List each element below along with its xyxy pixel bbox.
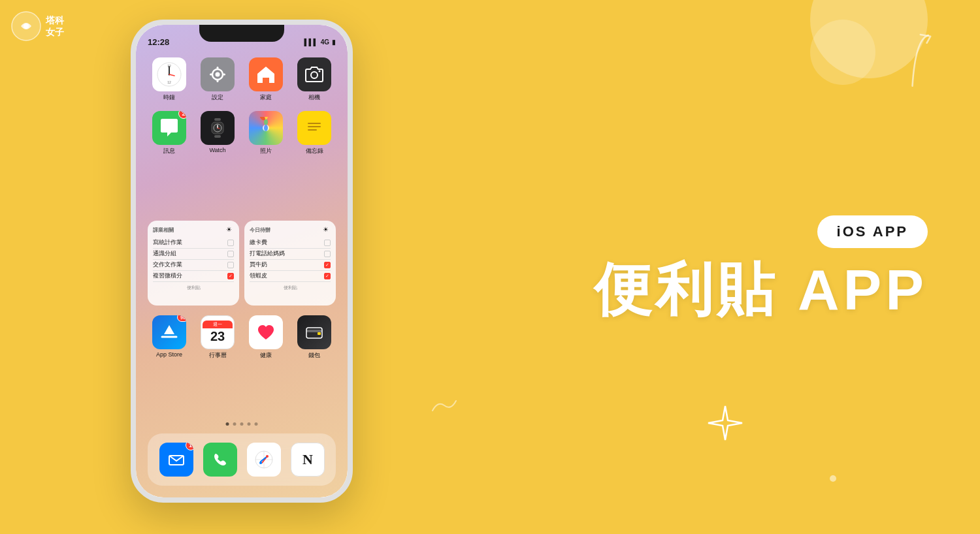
calendar-icon: 週一 23: [201, 315, 235, 349]
svg-rect-36: [318, 332, 321, 335]
dock-notion[interactable]: N: [291, 443, 325, 477]
widget-tasks-1: 課業相關 ☀ 寫統計作業 通識分組 交作文作業: [148, 221, 239, 306]
bottom-apps: 90 App Store 週一 23 行事曆: [148, 315, 336, 360]
notion-icon: N: [291, 443, 325, 477]
status-icons: ▌▌▌ 4G ▮: [304, 39, 336, 46]
widget-1-item-2: 通識分組: [153, 249, 234, 260]
svg-rect-32: [308, 126, 321, 127]
phone-icon: [203, 443, 237, 477]
app-notes-label: 備忘錄: [306, 147, 323, 155]
checkbox-8: ✓: [324, 273, 331, 279]
dot-3: [240, 422, 244, 426]
deco-wave: [431, 398, 457, 416]
checkbox-7: ✓: [324, 262, 331, 268]
app-photos[interactable]: 照片: [244, 111, 287, 155]
phone-mockup: 12:28 ▌▌▌ 4G ▮: [131, 20, 353, 503]
app-messages-label: 訊息: [163, 147, 175, 155]
svg-point-1: [24, 24, 29, 29]
svg-rect-33: [308, 129, 317, 131]
app-settings-label: 設定: [212, 93, 223, 102]
svg-rect-18: [214, 135, 221, 138]
widget-1-header: 課業相關 ☀: [153, 226, 234, 234]
widget-1-item-3: 交作文作業: [153, 260, 234, 271]
widget-2-item-2: 打電話給媽媽: [250, 249, 331, 260]
widget-2-footer: 便利貼: [250, 285, 331, 291]
widget-2-title: 今日待辦: [250, 227, 270, 234]
widget-tasks-2: 今日待辦 ☀ 繳卡費 打電話給媽媽 買牛奶 ✓: [244, 221, 336, 306]
photos-icon: [249, 111, 283, 145]
app-camera[interactable]: 相機: [293, 57, 336, 102]
dot-1: [226, 422, 229, 426]
widget-2-header: 今日待辦 ☀: [250, 226, 331, 234]
svg-point-15: [311, 72, 318, 78]
logo-text: 塔科 女子: [46, 14, 64, 38]
checkbox-2: [227, 251, 234, 257]
phone-frame: 12:28 ▌▌▌ 4G ▮: [131, 20, 353, 503]
widget-1-icon: ☀: [226, 226, 234, 234]
phone-notch: [199, 25, 284, 42]
app-health[interactable]: 健康: [244, 315, 287, 360]
svg-rect-13: [210, 74, 212, 76]
svg-rect-11: [217, 67, 219, 69]
ios-badge: iOS APP: [817, 215, 928, 248]
svg-point-44: [266, 455, 269, 458]
svg-rect-31: [308, 123, 321, 124]
widget-1-item-4: 複習微積分 ✓: [153, 271, 234, 282]
logo-icon: [10, 10, 42, 42]
svg-point-27: [264, 125, 268, 131]
health-icon: [249, 315, 283, 349]
phone-screen: 12:28 ▌▌▌ 4G ▮: [136, 25, 348, 497]
messages-icon: 2: [152, 111, 186, 145]
dot-4: [248, 422, 251, 426]
app-settings[interactable]: 設定: [196, 57, 239, 102]
widget-2-item-1: 繳卡費: [250, 238, 331, 249]
page-dots: [226, 422, 258, 426]
main-title: 便利貼 APP: [594, 261, 928, 319]
svg-rect-14: [223, 74, 225, 76]
dock-safari[interactable]: [247, 443, 281, 477]
svg-rect-39: [209, 448, 231, 471]
checkbox-4: ✓: [227, 273, 234, 279]
app-home-label: 家庭: [260, 93, 272, 102]
app-clock[interactable]: 12 12 時鐘: [148, 57, 191, 102]
svg-point-45: [259, 462, 262, 464]
app-wallet[interactable]: 錢包: [293, 315, 336, 360]
svg-text:N: N: [302, 451, 313, 467]
app-health-label: 健康: [260, 351, 272, 360]
deco-star: [706, 403, 745, 443]
app-calendar-label: 行事曆: [209, 351, 227, 360]
status-time: 12:28: [148, 37, 169, 47]
app-watch-label: Watch: [209, 147, 225, 153]
right-content: iOS APP 便利貼 APP: [594, 215, 928, 319]
dock-phone[interactable]: [203, 443, 237, 477]
app-watch[interactable]: Watch: [196, 111, 239, 155]
appstore-icon: 90: [152, 315, 186, 349]
widget-2-item-3: 買牛奶 ✓: [250, 260, 331, 271]
app-messages[interactable]: 2 訊息: [148, 111, 191, 155]
app-clock-label: 時鐘: [163, 93, 175, 102]
app-appstore-label: App Store: [156, 351, 182, 358]
checkbox-5: [324, 240, 331, 246]
app-camera-label: 相機: [308, 93, 320, 102]
deco-dot-1: [830, 475, 836, 482]
settings-icon: [201, 57, 235, 91]
svg-rect-30: [301, 115, 327, 141]
app-appstore[interactable]: 90 App Store: [148, 315, 191, 360]
home-icon: [249, 57, 283, 91]
app-home[interactable]: 家庭: [244, 57, 287, 102]
dock: 1: [148, 433, 336, 486]
dot-2: [233, 422, 237, 426]
mail-icon: 1: [159, 443, 193, 477]
svg-point-16: [319, 71, 321, 72]
clock-icon: 12 12: [152, 57, 186, 91]
widget-2-item-4: 領蝦皮 ✓: [250, 271, 331, 282]
app-calendar[interactable]: 週一 23 行事曆: [196, 315, 239, 360]
app-wallet-label: 錢包: [308, 351, 320, 360]
app-notes[interactable]: 備忘錄: [293, 111, 336, 155]
dock-mail[interactable]: 1: [159, 443, 193, 477]
svg-point-10: [216, 72, 220, 77]
widget-1-item-1: 寫統計作業: [153, 238, 234, 249]
dot-5: [255, 422, 258, 426]
checkbox-1: [227, 240, 234, 246]
app-grid-row1: 12 12 時鐘: [148, 57, 336, 155]
